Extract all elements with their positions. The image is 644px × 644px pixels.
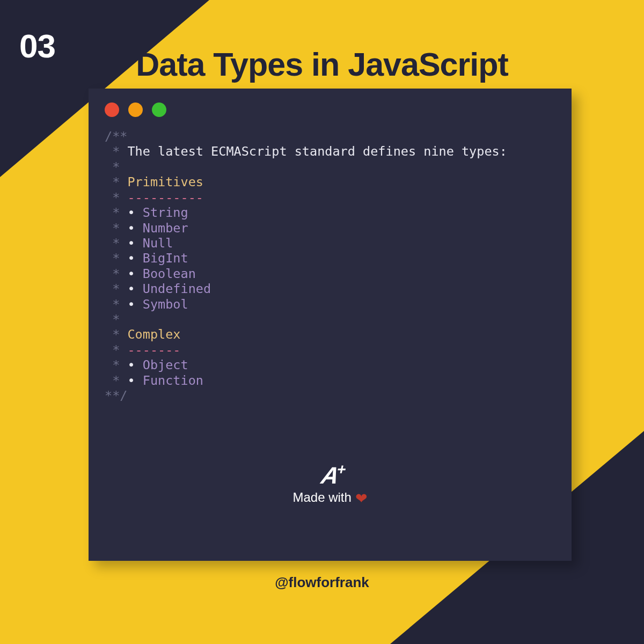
type-item: Number — [143, 221, 188, 236]
footer-logo: A+ Made with ❤ — [89, 461, 572, 507]
primitives-heading: Primitives — [127, 174, 203, 189]
code-window: /** * The latest ECMAScript standard def… — [89, 89, 572, 561]
complex-heading: Complex — [127, 327, 180, 342]
comment-close: **/ — [105, 388, 127, 403]
type-item: Function — [143, 373, 203, 388]
type-item: Undefined — [143, 281, 211, 296]
divider: ---------- — [127, 190, 203, 205]
intro-line: The latest ECMAScript standard defines n… — [127, 144, 507, 159]
type-item: BigInt — [143, 251, 188, 266]
close-icon — [105, 103, 119, 117]
author-handle: @flowforfrank — [0, 574, 644, 591]
type-item: String — [143, 205, 188, 220]
type-item: Null — [143, 236, 173, 251]
divider: ------- — [127, 342, 180, 357]
type-item: Object — [143, 357, 188, 372]
type-item: Symbol — [143, 297, 188, 312]
page-title: Data Types in JavaScript — [0, 46, 644, 83]
made-with-text: Made with ❤ — [89, 490, 572, 507]
traffic-lights — [105, 103, 555, 117]
logo-icon: A+ — [314, 461, 345, 489]
comment-open: /** — [105, 129, 127, 144]
heart-icon: ❤ — [355, 491, 368, 507]
maximize-icon — [152, 103, 166, 117]
code-block: /** * The latest ECMAScript standard def… — [105, 129, 555, 404]
type-item: Boolean — [143, 266, 196, 281]
minimize-icon — [128, 103, 143, 117]
